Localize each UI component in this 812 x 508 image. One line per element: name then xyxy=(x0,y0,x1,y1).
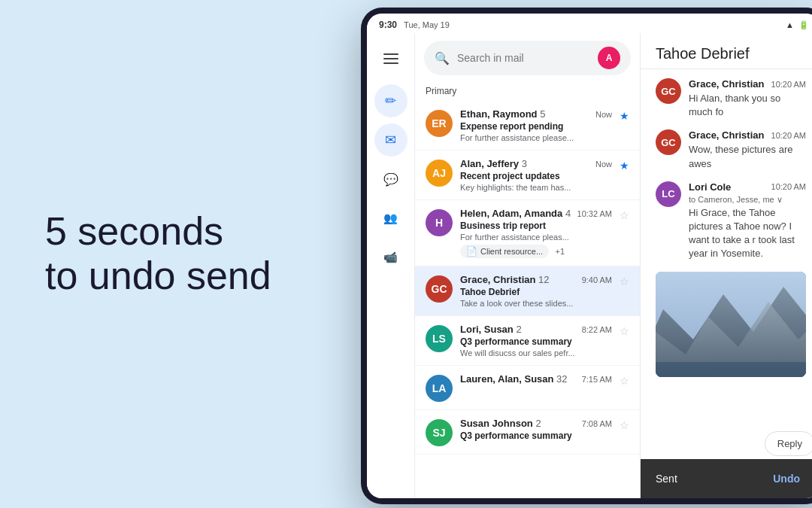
user-avatar[interactable]: A xyxy=(598,47,620,69)
email-subject: Expense report pending xyxy=(460,121,612,132)
email-item[interactable]: LS Lori, Susan 2 8:22 AM Q3 performance … xyxy=(415,316,640,366)
msg-sender: Grace, Christian xyxy=(689,78,764,90)
detail-title: Tahoe Debrief xyxy=(656,45,806,62)
email-preview: Take a look over these slides... xyxy=(460,299,612,308)
wifi-icon: ▲ xyxy=(786,20,794,29)
email-sender: Lauren, Alan, Susan 32 xyxy=(460,373,568,385)
msg-text: Wow, these pictures are awes xyxy=(689,143,806,170)
reply-buttons-area: Reply xyxy=(765,431,812,456)
email-sender: Lori, Susan 2 xyxy=(460,324,522,335)
mountain-svg xyxy=(656,272,806,377)
email-time: 7:08 AM xyxy=(582,419,612,428)
svg-rect-3 xyxy=(656,362,806,377)
hero-line2: to undo send xyxy=(45,254,271,300)
msg-sender: Grace, Christian xyxy=(689,129,764,141)
email-sender: Susan Johnson 2 xyxy=(460,418,541,429)
msg-text: Hi Grace, the Tahoe pictures a Tahoe now… xyxy=(689,206,806,261)
compose-button[interactable]: ✏ xyxy=(374,84,408,117)
search-input[interactable] xyxy=(457,52,590,64)
msg-time: 10:20 AM xyxy=(771,182,806,191)
search-icon: 🔍 xyxy=(435,51,450,65)
hero-line1: 5 seconds xyxy=(45,209,271,254)
star-icon[interactable]: ★ xyxy=(620,160,629,172)
chat-icon: 💬 xyxy=(383,172,398,187)
email-subject: Q3 performance summary xyxy=(460,336,612,347)
sidebar-spaces-button[interactable]: 👥 xyxy=(374,202,408,235)
attachment-chip: 📄 Client resource... xyxy=(460,245,549,258)
primary-tab-label: Primary xyxy=(415,83,640,101)
avatar: LA xyxy=(426,375,453,402)
email-sender: Grace, Christian 12 xyxy=(460,274,550,285)
search-inner: 🔍 A xyxy=(424,41,631,75)
email-subject: Q3 performance summary xyxy=(460,430,612,441)
message-item: GC Grace, Christian 10:20 AM Wow, these … xyxy=(656,129,806,170)
sent-snackbar: Sent Undo xyxy=(641,459,812,498)
undo-button[interactable]: Undo xyxy=(767,470,806,488)
email-time: 8:22 AM xyxy=(582,325,612,334)
detail-image xyxy=(656,272,806,377)
avatar: GC xyxy=(426,275,453,303)
email-time: Now xyxy=(595,160,612,169)
email-item[interactable]: GC Grace, Christian 12 9:40 AM Tahoe Deb… xyxy=(415,266,640,316)
search-bar-container: 🔍 A xyxy=(415,33,640,83)
attachment-count: +1 xyxy=(556,247,565,256)
star-icon[interactable]: ☆ xyxy=(620,325,629,337)
msg-sender: Lori Cole xyxy=(689,181,731,193)
star-icon[interactable]: ★ xyxy=(620,110,629,122)
star-icon[interactable]: ☆ xyxy=(620,275,629,287)
email-sender: Helen, Adam, Amanda 4 xyxy=(460,208,571,219)
email-subject: Tahoe Debrief xyxy=(460,287,612,297)
hamburger-menu-button[interactable] xyxy=(374,42,408,75)
status-bar: 9:30 Tue, May 19 ▲ 🔋 xyxy=(367,14,812,33)
sidebar: ✏ ✉ 💬 👥 📹 xyxy=(367,33,415,498)
message-item: LC Lori Cole 10:20 AM to Cameron, Jesse,… xyxy=(656,181,806,261)
msg-time: 10:20 AM xyxy=(771,80,806,89)
email-item[interactable]: AJ Alan, Jeffery 3 Now Recent project up… xyxy=(415,151,640,200)
email-item[interactable]: H Helen, Adam, Amanda 4 10:32 AM Busines… xyxy=(415,200,640,266)
star-icon[interactable]: ☆ xyxy=(620,209,629,221)
email-preview: For further assistance please... xyxy=(460,133,612,142)
hero-text: 5 seconds to undo send xyxy=(45,209,271,300)
email-detail-panel: Tahoe Debrief GC Grace, Christian 10:20 … xyxy=(641,33,812,498)
tablet-frame: 9:30 Tue, May 19 ▲ 🔋 ✏ ✉ xyxy=(361,8,812,504)
star-icon[interactable]: ☆ xyxy=(620,375,629,387)
sidebar-chat-button[interactable]: 💬 xyxy=(374,163,408,196)
mountain-photo xyxy=(656,272,806,377)
email-time: 7:15 AM xyxy=(582,375,612,384)
email-item[interactable]: SJ Susan Johnson 2 7:08 AM Q3 performanc… xyxy=(415,410,640,455)
avatar: AJ xyxy=(426,160,453,187)
email-preview: Key highlights: the team has... xyxy=(460,183,612,192)
email-item[interactable]: LA Lauren, Alan, Susan 32 7:15 AM ☆ xyxy=(415,366,640,410)
email-preview: For further assistance pleas... xyxy=(460,233,612,242)
avatar: LS xyxy=(426,325,453,352)
star-icon[interactable]: ☆ xyxy=(620,419,629,431)
sidebar-meet-button[interactable]: 📹 xyxy=(374,241,408,274)
tablet-screen: 9:30 Tue, May 19 ▲ 🔋 ✏ ✉ xyxy=(367,14,812,498)
email-subject: Business trip report xyxy=(460,221,612,231)
detail-header: Tahoe Debrief xyxy=(641,33,812,69)
email-preview: We will disucss our sales pefr... xyxy=(460,348,612,357)
doc-icon: 📄 xyxy=(466,246,477,257)
status-time: 9:30 xyxy=(379,20,397,30)
email-item[interactable]: ER Ethan, Raymond 5 Now Expense report p… xyxy=(415,101,640,151)
message-item: GC Grace, Christian 10:20 AM Hi Alan, th… xyxy=(656,78,806,119)
email-subject: Recent project updates xyxy=(460,171,612,181)
email-time: Now xyxy=(595,110,612,119)
avatar: ER xyxy=(426,110,453,137)
avatar: LC xyxy=(656,181,681,207)
msg-text: Hi Alan, thank you so much fo xyxy=(689,92,806,119)
msg-to: to Cameron, Jesse, me ∨ xyxy=(689,195,806,205)
mail-icon: ✉ xyxy=(385,132,396,148)
sent-label: Sent xyxy=(656,473,677,485)
compose-icon: ✏ xyxy=(385,93,396,109)
reply-button[interactable]: Reply xyxy=(765,431,812,456)
email-sender: Alan, Jeffery 3 xyxy=(460,158,527,169)
sidebar-mail-button[interactable]: ✉ xyxy=(374,123,408,157)
email-time: 9:40 AM xyxy=(582,275,612,284)
avatar: GC xyxy=(656,78,681,104)
avatar: SJ xyxy=(426,419,453,446)
email-time: 10:32 AM xyxy=(577,209,612,218)
app-body: ✏ ✉ 💬 👥 📹 🔍 xyxy=(367,33,812,498)
msg-time: 10:20 AM xyxy=(771,131,806,140)
email-items-list: ER Ethan, Raymond 5 Now Expense report p… xyxy=(415,101,640,498)
